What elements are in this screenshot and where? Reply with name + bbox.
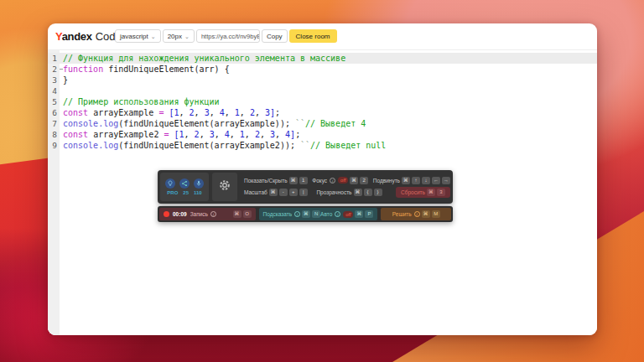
keycap[interactable]: ⌘	[350, 177, 358, 184]
overlay-control-panel: PRO 25 110 Показать/Скрыть ⌘1 Фокус off	[158, 170, 453, 204]
stat-count-2: 110	[194, 190, 202, 195]
fold-marker-icon[interactable]	[60, 69, 63, 70]
keycap[interactable]: 3	[437, 189, 445, 196]
code-text	[60, 85, 63, 96]
header-controls: javascript ⌄ 20px ⌄ https://ya.cc/t/nv9b…	[115, 29, 337, 43]
line-number: 3	[48, 75, 60, 85]
keycap[interactable]: ↓	[422, 177, 430, 184]
shortcut-row-1: Показать/Скрыть ⌘1 Фокус off ⌘2 Подвинут…	[244, 177, 450, 184]
scale-control[interactable]: Масштаб ⌘-+|	[244, 189, 308, 196]
keycap[interactable]: -	[279, 189, 288, 196]
code-line[interactable]: 9console.log(findUniqueElement(arrayExam…	[48, 140, 597, 151]
stat-pro: PRO	[167, 190, 178, 195]
move-control[interactable]: Подвинуть ⌘↑↓←→	[373, 177, 450, 184]
code-text: // Пример использования функции	[60, 96, 220, 107]
keycap[interactable]: ⌘	[233, 210, 242, 218]
session-info-panel: PRO 25 110	[160, 173, 209, 201]
microphone-icon[interactable]	[194, 178, 204, 189]
code-line[interactable]: 2function findUniqueElement(arr) {	[48, 64, 597, 75]
keycap[interactable]: ↑	[412, 177, 420, 184]
auto-control[interactable]: Авто off ⌘P	[320, 210, 373, 218]
reset-button[interactable]: Сбросить ⌘3	[396, 187, 450, 198]
record-keys: ⌘O	[231, 210, 252, 218]
code-text: // Функция для нахождения уникального эл…	[60, 53, 345, 64]
copy-button[interactable]: Copy	[262, 29, 288, 43]
info-icon	[335, 211, 340, 217]
record-time: 00:09	[173, 211, 187, 217]
keycap[interactable]: ⌘	[354, 189, 362, 196]
keycap[interactable]: +	[289, 189, 298, 196]
record-label: Запись	[190, 211, 208, 217]
keycap[interactable]: ⌘	[422, 210, 430, 218]
solve-section[interactable]: Решить ⌘M	[381, 208, 451, 220]
keycap[interactable]: →	[442, 177, 450, 184]
keycap[interactable]: ⌘	[302, 210, 310, 218]
info-icon	[330, 178, 335, 184]
code-line[interactable]: 5// Пример использования функции	[48, 96, 597, 107]
keycap[interactable]: N	[312, 210, 320, 218]
keycap[interactable]: 1	[299, 177, 308, 184]
line-number: 1	[48, 53, 60, 64]
keycap[interactable]: |	[299, 189, 308, 196]
show-hide-control[interactable]: Показать/Скрыть ⌘1	[244, 177, 308, 184]
scale-keys: ⌘-+|	[267, 189, 308, 196]
keycap[interactable]: ⌘	[269, 189, 278, 196]
keycap[interactable]: P	[365, 210, 373, 218]
focus-toggle[interactable]: off	[338, 177, 348, 184]
code-text: console.log(findUniqueElement(arrayExamp…	[60, 140, 386, 151]
lightbulb-icon[interactable]	[165, 178, 175, 189]
app-header: Yandex Code javascript ⌄ 20px ⌄ https://…	[48, 23, 597, 49]
close-room-button[interactable]: Close room	[289, 29, 337, 43]
keycap[interactable]: ⌘	[289, 177, 298, 184]
line-number: 5	[48, 96, 60, 107]
share-icon[interactable]	[179, 178, 190, 189]
yandex-code-logo: Yandex Code	[55, 30, 122, 43]
focus-keys: ⌘2	[348, 177, 368, 184]
code-line[interactable]: 6const arrayExample = [1, 2, 3, 4, 1, 2,…	[48, 107, 597, 118]
keycap[interactable]: {	[364, 189, 372, 196]
code-line[interactable]: 4	[48, 85, 597, 96]
code-lines: 1// Функция для нахождения уникального э…	[48, 50, 597, 151]
info-icon	[414, 211, 420, 217]
gear-icon[interactable]	[218, 178, 231, 195]
line-number: 4	[48, 85, 60, 96]
language-select[interactable]: javascript ⌄	[115, 29, 161, 43]
record-dot-icon	[164, 211, 169, 217]
hint-section: Подсказать ⌘N Авто off ⌘P	[259, 208, 378, 220]
record-section[interactable]: 00:09 Запись ⌘O	[159, 208, 256, 220]
opacity-control[interactable]: Прозрачность ⌘{}	[316, 189, 382, 196]
keycap[interactable]: M	[432, 210, 440, 218]
opacity-keys: ⌘{}	[352, 189, 382, 196]
code-text: function findUniqueElement(arr) {	[60, 64, 230, 75]
info-icon	[294, 211, 300, 217]
keycap[interactable]: ⌘	[427, 189, 435, 196]
room-url-field[interactable]: https://ya.cc/t/nv9byEC	[196, 29, 260, 43]
keycap[interactable]: 2	[360, 177, 368, 184]
code-text: const arrayExample = [1, 2, 3, 4, 1, 2, …	[60, 107, 280, 118]
shortcut-controls: Показать/Скрыть ⌘1 Фокус off ⌘2 Подвинут…	[244, 177, 450, 198]
auto-toggle[interactable]: off	[343, 211, 353, 218]
desktop-wallpaper: Yandex Code javascript ⌄ 20px ⌄ https://…	[0, 0, 644, 362]
focus-control[interactable]: Фокус off ⌘2	[312, 177, 368, 184]
code-line[interactable]: 1// Функция для нахождения уникального э…	[48, 53, 597, 64]
font-size-select[interactable]: 20px ⌄	[163, 29, 195, 43]
overlay-action-bar: 00:09 Запись ⌘O Подсказать ⌘N Авто off ⌘…	[158, 206, 453, 222]
settings-panel[interactable]	[212, 173, 237, 201]
keycap[interactable]: O	[243, 210, 252, 218]
line-number: 2	[48, 64, 60, 75]
line-number: 6	[48, 107, 60, 118]
hint-control[interactable]: Подсказать ⌘N	[263, 210, 321, 218]
info-icon	[210, 211, 216, 217]
solve-keys: ⌘M	[420, 210, 440, 218]
keycap[interactable]: }	[374, 189, 382, 196]
chevron-down-icon: ⌄	[151, 34, 156, 39]
session-stats: PRO 25 110	[167, 190, 201, 195]
code-line[interactable]: 8const arrayExample2 = [1, 2, 3, 4, 1, 2…	[48, 129, 597, 140]
keycap[interactable]: ⌘	[402, 177, 410, 184]
code-line[interactable]: 3}	[48, 75, 597, 85]
keycap[interactable]: ⌘	[355, 210, 363, 218]
code-line[interactable]: 7console.log(findUniqueElement(arrayExam…	[48, 118, 597, 129]
keycap[interactable]: ←	[432, 177, 440, 184]
stat-count-1: 25	[183, 190, 189, 195]
shortcut-row-2: Масштаб ⌘-+| Прозрачность ⌘{} Сбросить ⌘…	[244, 187, 450, 198]
